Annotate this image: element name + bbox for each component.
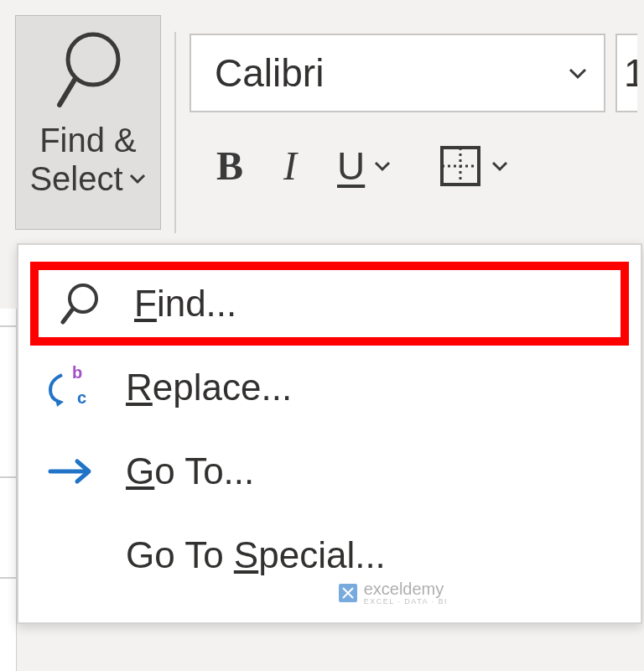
ribbon-divider	[174, 32, 176, 233]
blank-icon	[42, 532, 101, 579]
replace-icon: b c	[42, 364, 101, 411]
menu-item-goto[interactable]: Go To...	[18, 429, 641, 513]
watermark-logo-icon	[337, 582, 359, 604]
menu-item-find[interactable]: Find...	[30, 262, 629, 346]
chevron-down-icon	[491, 160, 509, 172]
menu-label: Go To...	[126, 450, 254, 492]
menu-label: Go To Special...	[126, 534, 386, 576]
font-group: Calibri 1 B I U	[190, 15, 637, 189]
chevron-down-icon	[128, 173, 147, 185]
chevron-down-icon	[567, 66, 589, 80]
arrow-right-icon	[42, 448, 101, 495]
borders-button[interactable]	[439, 144, 509, 188]
svg-line-1	[60, 80, 75, 105]
watermark: exceldemy EXCEL · DATA · BI	[337, 580, 448, 606]
menu-item-goto-special[interactable]: Go To Special...	[18, 513, 641, 597]
bold-button[interactable]: B	[216, 143, 243, 189]
search-icon	[50, 280, 109, 327]
svg-point-0	[68, 34, 118, 85]
menu-item-replace[interactable]: b c Replace...	[18, 346, 641, 429]
svg-line-6	[63, 309, 73, 322]
italic-button[interactable]: I	[277, 143, 304, 189]
font-size-select[interactable]: 1	[615, 34, 637, 112]
chevron-down-icon	[373, 160, 392, 172]
underline-button[interactable]: U	[337, 143, 392, 189]
find-select-label: Find & Select	[29, 122, 146, 198]
font-name-label: Calibri	[215, 50, 324, 96]
worksheet-area	[0, 309, 17, 671]
svg-text:b: b	[72, 365, 82, 382]
svg-marker-9	[55, 398, 64, 407]
font-select[interactable]: Calibri	[190, 34, 605, 112]
ribbon-toolbar: Find & Select Calibri	[0, 0, 644, 243]
menu-label: Find...	[134, 283, 236, 325]
svg-text:c: c	[77, 388, 86, 407]
menu-label: Replace...	[126, 367, 292, 408]
find-select-button[interactable]: Find & Select	[15, 15, 161, 230]
find-select-dropdown: Find... b c Replace... Go To... Go To Sp…	[17, 243, 642, 624]
borders-icon	[439, 144, 482, 188]
magnifier-icon	[51, 28, 125, 112]
